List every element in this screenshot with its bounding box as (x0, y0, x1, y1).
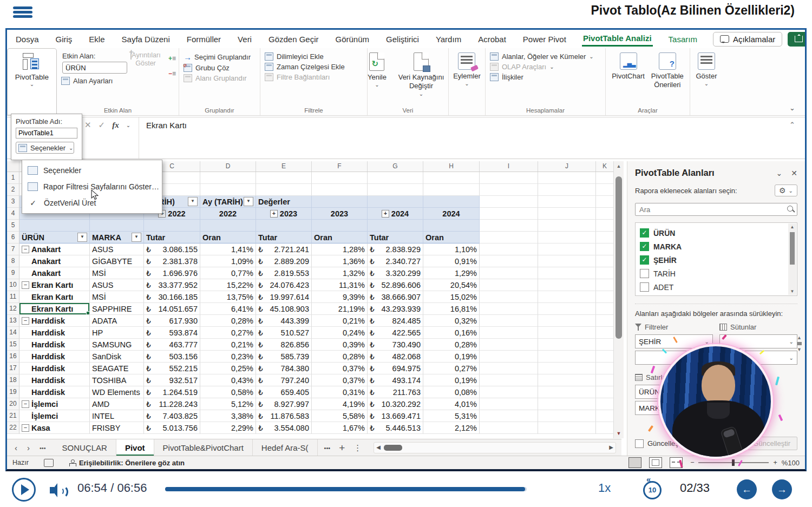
cell-urun[interactable]: Harddisk (19, 351, 90, 363)
group-selection-button[interactable]: → Seçimi Gruplandır (184, 52, 260, 62)
cell-tutar-2024[interactable]: ₺694.975 (368, 363, 423, 374)
table-row[interactable]: 15 Harddisk SAMSUNG ₺463.777 0,21% ₺826.… (7, 339, 613, 351)
cell-tutar-2023[interactable]: ₺659.405 (256, 386, 312, 398)
cell-tutar-2023[interactable]: ₺585.739 (256, 351, 312, 363)
ribbon-tab[interactable]: Dosya (15, 32, 40, 46)
collapse-icon[interactable]: − (22, 281, 29, 289)
cell-tutar-2024[interactable]: ₺211.763 (368, 386, 423, 398)
table-row[interactable]: 10 −Ekran Kartı ASUS ₺33.377.952 15,22% … (7, 279, 613, 291)
cell-oran-2024[interactable]: 0,19% (423, 351, 480, 363)
expand-icon[interactable]: + (382, 210, 389, 218)
cell-tutar-2024[interactable]: ₺422.565 (368, 327, 423, 339)
cell-tutar-2024[interactable]: ₺2.838.929 (368, 243, 423, 255)
cell-oran-2023[interactable]: 1,36% (312, 255, 368, 267)
cell-oran-2024[interactable]: 0,28% (423, 339, 480, 351)
cell-year-2023b[interactable]: 2023 (312, 208, 368, 220)
cell-tutar-2024[interactable]: ₺482.068 (368, 351, 423, 363)
next-lesson-button[interactable]: → (772, 479, 792, 499)
cell-tutar-2024[interactable]: ₺13.669.471 (368, 410, 423, 422)
scrollbar-thumb[interactable] (790, 232, 795, 265)
cell-degerler[interactable]: Değerler (256, 196, 312, 208)
cell-tutar-2024[interactable]: ₺43.293.939 (368, 303, 423, 315)
relationships-button[interactable]: İlişkiler (490, 73, 605, 81)
recommended-pivottables-button[interactable]: ? PivotTableÖnerileri (651, 52, 684, 115)
cell-oran-2022[interactable]: 0,25% (200, 363, 256, 374)
tools-button[interactable]: ⚙ ⌄ (775, 185, 797, 196)
cell-oran-2023[interactable]: 21,19% (312, 303, 368, 315)
row-header[interactable]: 8 (7, 255, 19, 267)
cell-tutar-2024[interactable]: ₺52.896.606 (368, 279, 423, 291)
cell-oran-2023[interactable]: 4,19% (312, 398, 368, 410)
cell-tutar-2022[interactable]: ₺14.051.657 (144, 303, 200, 315)
field-checkbox-row[interactable]: ADET (640, 280, 786, 294)
cell-urun[interactable]: −Harddisk (19, 315, 90, 327)
cell-marka[interactable]: SEAGATE (90, 363, 144, 374)
cell-urun[interactable]: −Ekran Kartı (19, 279, 90, 291)
play-button[interactable] (12, 478, 36, 502)
ribbon-tab[interactable]: Veri (237, 32, 253, 46)
cell-oran-2023[interactable]: 0,39% (312, 339, 368, 351)
cell-urun[interactable]: Harddisk (19, 386, 90, 398)
cell-oran-2024[interactable]: 15,02% (423, 291, 480, 303)
cell-marka[interactable]: ASUS (90, 243, 144, 255)
options-dropdown-button[interactable]: Seçenekler ⌄ (16, 142, 74, 154)
cell-year-2022b[interactable]: 2022 (200, 208, 256, 220)
row-header[interactable]: 5 (7, 220, 19, 232)
close-icon[interactable]: ✕ (791, 169, 797, 177)
cell-oran-2024[interactable]: 0,08% (423, 386, 480, 398)
table-row[interactable]: 12 Ekran Kartı SAPPHIRE ₺14.051.657 6,41… (7, 303, 613, 315)
cell-marka[interactable]: TOSHIBA (90, 374, 144, 386)
checkbox[interactable]: ✓ (640, 228, 649, 238)
cell-tutar-2022[interactable]: ₺5.013.756 (144, 422, 200, 434)
expand-field-button[interactable]: +≡ (168, 55, 175, 62)
scroll-up-icon[interactable]: ▲ (614, 163, 624, 169)
cell-oran-2022[interactable]: 0,21% (200, 339, 256, 351)
table-row[interactable]: 14 Harddisk HP ₺593.874 0,27% ₺510.527 0… (7, 327, 613, 339)
row-header[interactable]: 1 (7, 172, 19, 184)
field-settings-button[interactable]: Alan Ayarları (61, 77, 179, 85)
checkbox[interactable] (640, 269, 649, 278)
field-checkbox-row[interactable]: ✓ ÜRÜN (640, 226, 786, 240)
cell-urun[interactable]: Harddisk (19, 374, 90, 386)
table-row[interactable]: 20 −İşlemci AMD ₺11.228.243 5,12% ₺8.927… (7, 398, 613, 410)
ribbon-tab[interactable]: PivotTable Analizi (582, 31, 653, 47)
cell-marka[interactable]: AMD (90, 398, 144, 410)
cell-oran-2022[interactable]: 3,38% (200, 410, 256, 422)
table-row[interactable]: 17 Harddisk SEAGATE ₺552.215 0,25% ₺784.… (7, 363, 613, 374)
cell-tutar-2023[interactable]: ₺8.927.997 (256, 398, 312, 410)
cell-tutar-2024[interactable]: ₺38.666.907 (368, 291, 423, 303)
table-row[interactable]: 16 Harddisk SanDisk ₺503.156 0,23% ₺585.… (7, 351, 613, 363)
cell-tutar-2022[interactable]: ₺1.696.976 (144, 267, 200, 279)
row-header[interactable]: 15 (7, 339, 19, 351)
accessibility-status[interactable]: Erişilebilirlik: Önerilere göz atın (69, 459, 185, 467)
cell-oran-2024[interactable]: 5,31% (423, 410, 480, 422)
cell-oran-2023[interactable]: 1,32% (312, 267, 368, 279)
normal-view-icon[interactable] (628, 457, 641, 468)
cell-marka[interactable]: MSİ (90, 291, 144, 303)
collapse-ribbon-icon[interactable]: ⌄ (789, 104, 795, 112)
collapse-field-button[interactable]: −≡ (168, 70, 175, 77)
cell-marka-header[interactable]: MARKA▼ (90, 232, 144, 243)
field-list-scrollbar[interactable]: ▲ ▼ (788, 223, 796, 295)
cell-urun[interactable]: İşlemci (19, 410, 90, 422)
cell-marka[interactable]: HP (90, 327, 144, 339)
column-header[interactable]: I (480, 161, 538, 172)
table-row[interactable]: 19 Harddisk WD Elements ₺1.264.519 0,58%… (7, 386, 613, 398)
cell-tutar-2023[interactable]: ₺2.819.553 (256, 267, 312, 279)
ribbon-tab[interactable]: Tasarım (667, 32, 698, 46)
cell-tutar-2023[interactable]: ₺3.554.080 (256, 422, 312, 434)
cell-marka[interactable]: FRISBY (90, 422, 144, 434)
row-header[interactable]: 18 (7, 374, 19, 386)
zoom-level[interactable]: %100 (782, 459, 800, 467)
cell-tutar-2022[interactable]: ₺932.517 (144, 374, 200, 386)
display-settings-icon[interactable] (44, 459, 54, 467)
cell-oran-2024[interactable]: 20,54% (423, 279, 480, 291)
cell-marka[interactable]: SAMSUNG (90, 339, 144, 351)
ungroup-button[interactable]: ⊘ Grubu Çöz (184, 64, 260, 72)
cell-tutar-2022[interactable]: ₺463.777 (144, 339, 200, 351)
cell-oran-2022[interactable]: 0,27% (200, 327, 256, 339)
zoom-slider-thumb[interactable] (732, 459, 735, 466)
insert-timeline-button[interactable]: Zaman Çizelgesi Ekle (265, 63, 367, 71)
cell-oran-2024[interactable]: 1,29% (423, 267, 480, 279)
scrollbar-thumb[interactable] (615, 176, 622, 339)
